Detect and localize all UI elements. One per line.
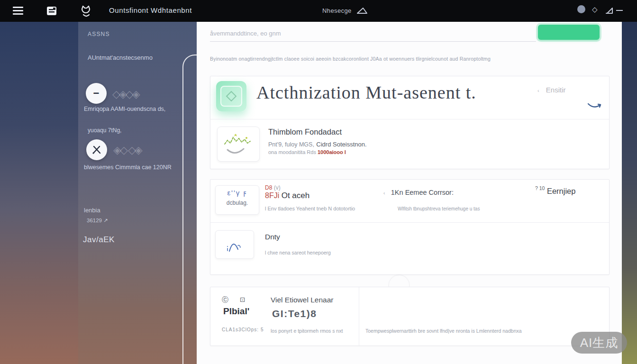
debug-icon-label: dcbulag. [216, 200, 259, 206]
cat-icon[interactable] [79, 3, 92, 18]
mid-title: 1Kn Eemee Corrsor: [391, 189, 454, 196]
window-title: Ountsfinont Wdhtaenbnt [109, 6, 192, 14]
app-window: ASSNS AUntmat'acnstecsenmo − ◇◈◇◈ Emriqo… [0, 0, 637, 364]
sidebar-footer-name: lenbia [84, 207, 100, 214]
mid-column-subtitle: Wlfitsh tbnupshtreva teriemehuge u tas [398, 206, 480, 211]
authorization-card: Atcthnization Mut-asenent t. ‹ Ensitir [210, 76, 610, 169]
title-bar: Ountsfinont Wdhtaenbnt Nhesecge ◇ [0, 0, 637, 22]
crossed-tools-icon [91, 144, 102, 155]
primary-action-button[interactable] [538, 25, 600, 40]
copyright-icon: Ⓒ [222, 296, 233, 303]
item-title: Dnty [265, 233, 280, 241]
sidebar-item-commands[interactable]: blwesemes Cimmmla cae 120NR [84, 164, 172, 171]
diamond-pattern-icon: ◈◇ ◇◈ [113, 144, 141, 156]
minus-icon: − [93, 88, 100, 99]
right-column-title: ? 10 Eernjiep [535, 185, 575, 196]
sidebar-tools-button[interactable] [86, 139, 107, 160]
card-title: Atcthnization Mut-asenent t. [256, 82, 476, 103]
search-input[interactable] [210, 26, 536, 42]
item-subtitle: l chxe nena sareot henepoerg [265, 250, 331, 255]
external-link-icon: ↗ [103, 218, 108, 223]
restore-window-icon[interactable] [605, 6, 614, 15]
ai-generated-watermark: AI生成 [571, 332, 627, 354]
debug-glyph-icon: ε''γ ϝ [216, 189, 259, 197]
footer-brand-name: Plbial' [223, 306, 249, 317]
workspace-selector[interactable]: Nhesecge [322, 7, 352, 14]
triangle-icon[interactable] [356, 6, 369, 15]
title-main: Ot aceh [282, 191, 310, 200]
dnty-icon-box [215, 230, 254, 259]
footer-right-caption: Toempwesplwernarttirh bre sovnt lfnd|ve … [365, 328, 522, 334]
subtitle-gray: Pnt'9, fuloy MGS, [268, 141, 314, 148]
footer-mid-line2: GI:Te1)8 [272, 308, 317, 319]
diamond-icon[interactable]: ◇ [592, 5, 598, 14]
list-item-thimblom[interactable]: Thimblom Fondadact Pnt'9, fuloy MGS, Cid… [210, 119, 609, 170]
sidebar-item-nav-heading[interactable]: AUntmat'acnstecsenmo [88, 54, 153, 61]
curved-arrow-icon[interactable] [587, 101, 603, 111]
card-side-link[interactable]: ‹ Ensitir [537, 86, 581, 94]
right-sup: ? 10 [535, 185, 545, 191]
item-title-line1: D8 (v) [265, 184, 281, 191]
item-title-line2: 8FJi Ot aceh [265, 191, 309, 200]
shield-diamond-icon [220, 86, 242, 107]
minimize-icon[interactable] [616, 10, 623, 11]
footer-mid-caption: los ponyrt e tpitormeh rmos s nxt [271, 328, 343, 334]
item-subtitle: l Env tladoes Yeahent tneb N dototortio [265, 206, 355, 211]
chevron-left-icon: ‹ [383, 191, 385, 196]
diamond-pattern-icon: ◇◈◇◈ [112, 88, 139, 100]
hamburger-icon [13, 7, 23, 15]
menu-button[interactable] [13, 7, 23, 15]
version-number: 36129 [87, 218, 102, 223]
tools-card: ε''γ ϝ dcbulag. D8 (v) 8FJi Ot aceh l En… [210, 179, 610, 275]
main-content: Byinonoatm onagtirrendngjtctlm claoee so… [197, 22, 622, 364]
sidebar-heading-secondary: yuoaqu 7tNg, [88, 127, 121, 134]
footer-brand-caption: CLA1s3ClOps: 5 [222, 327, 264, 332]
qr-code-icon: ⊡ [240, 296, 250, 303]
sidebar-minus-button[interactable]: − [86, 83, 107, 104]
title-red2: 8FJi [265, 191, 279, 200]
item-subtitle: Pnt'9, fuloy MGS, Cidrd Soteisstnon. [268, 140, 367, 148]
avatar[interactable] [577, 5, 585, 13]
title-sup: (v) [274, 184, 281, 191]
list-item-debug[interactable]: ε''γ ϝ dcbulag. D8 (v) 8FJi Ot aceh l En… [210, 180, 609, 222]
page-description: Byinonoatm onagtirrendngjtctlm claoee so… [210, 56, 513, 62]
meta-gray: ona moodanitita Rds [268, 149, 316, 155]
sketch-arch-icon [224, 235, 246, 254]
sidebar-item-accounts[interactable]: Emriqopa AAMI-ouendscna ds, [84, 106, 165, 112]
background-gradient-right [622, 22, 637, 364]
footer-mid-line1: Viel Etiowel Lenaar [271, 296, 333, 304]
title-red: D8 [265, 184, 272, 191]
notes-icon[interactable] [46, 5, 57, 17]
meta-red-value: 1000aiooo l [318, 149, 346, 155]
sidebar-version-link[interactable]: 36129 ↗ [87, 217, 108, 224]
footer-brand-icons: Ⓒ ⊡ [222, 296, 250, 304]
footer-card: Ⓒ ⊡ Plbial' CLA1s3ClOps: 5 Viel Etiowel … [210, 287, 610, 346]
subtitle-dark: Cidrd Soteisstnon. [316, 141, 366, 148]
right-title: Eernjiep [547, 187, 576, 195]
app-green-icon [216, 81, 246, 111]
item-meta: ona moodanitita Rds 1000aiooo l [268, 149, 346, 155]
thimblom-logo [217, 127, 260, 162]
debug-icon-box: ε''γ ϝ dcbulag. [215, 185, 259, 215]
list-item-dnty[interactable]: Dnty l chxe nena sareot henepoerg [210, 222, 609, 275]
sidebar-section-label: ASSNS [88, 31, 110, 37]
item-title: Thimblom Fondadact [268, 127, 342, 136]
sidebar-brand-logo: Jav/aEK [83, 235, 115, 245]
scribble-logo-icon [223, 132, 254, 156]
chevron-left-icon: ‹ [537, 88, 539, 93]
sidebar: ASSNS AUntmat'acnstecsenmo − ◇◈◇◈ Emriqo… [78, 22, 197, 364]
side-link-label: Ensitir [546, 86, 566, 94]
mid-column-title: ‹ 1Kn Eemee Corrsor: [383, 188, 454, 197]
